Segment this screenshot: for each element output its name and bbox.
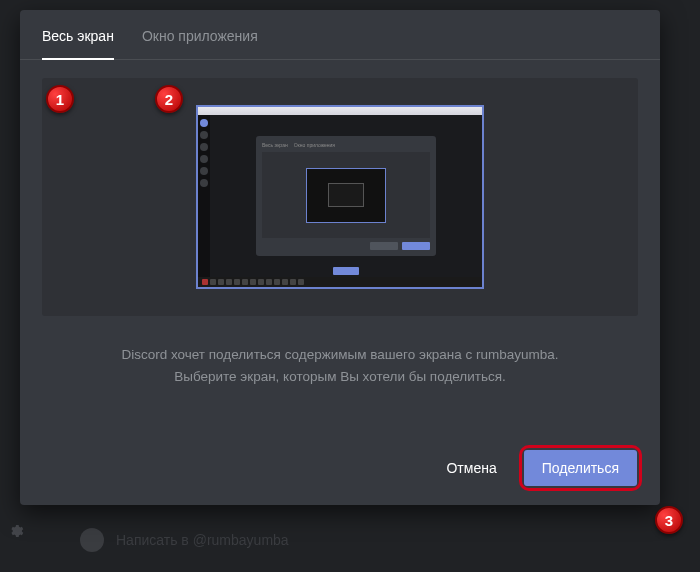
description-text: Discord хочет поделиться содержимым ваше… xyxy=(42,344,638,387)
annotation-callout-2: 2 xyxy=(155,85,183,113)
modal-footer: Отмена Поделиться xyxy=(20,431,660,505)
description-line-2: Выберите экран, которым Вы хотели бы под… xyxy=(42,366,638,388)
thumb-browser-titlebar xyxy=(198,107,482,115)
avatar xyxy=(80,528,104,552)
annotation-callout-1: 1 xyxy=(46,85,74,113)
tab-bar: Весь экран Окно приложения xyxy=(20,10,660,60)
screen-preview-area: Весь экран Окно приложения xyxy=(42,78,638,316)
share-button-highlight: Поделиться xyxy=(519,445,642,491)
thumb-main-area: Весь экран Окно приложения xyxy=(210,115,482,277)
background-placeholder: Написать в @rumbayumba xyxy=(116,532,289,548)
thumb-inner-modal: Весь экран Окно приложения xyxy=(256,136,436,256)
share-screen-modal: Весь экран Окно приложения Весь экран Ок… xyxy=(20,10,660,505)
thumb-server-rail xyxy=(198,115,210,277)
background-input-row: Написать в @rumbayumba xyxy=(80,528,289,552)
tab-entire-screen[interactable]: Весь экран xyxy=(42,28,114,60)
gear-icon xyxy=(8,523,24,539)
thumb-inner-tab-b: Окно приложения xyxy=(294,142,335,148)
annotation-callout-3: 3 xyxy=(655,506,683,534)
description-line-1: Discord хочет поделиться содержимым ваше… xyxy=(42,344,638,366)
modal-content: Весь экран Окно приложения xyxy=(20,60,660,431)
screen-thumbnail[interactable]: Весь экран Окно приложения xyxy=(196,105,484,289)
cancel-button[interactable]: Отмена xyxy=(428,450,514,486)
thumb-taskbar xyxy=(198,277,482,287)
thumb-cta-icon xyxy=(333,267,359,275)
share-button[interactable]: Поделиться xyxy=(524,450,637,486)
thumb-inner-tab-a: Весь экран xyxy=(262,142,288,148)
tab-app-window[interactable]: Окно приложения xyxy=(142,28,258,60)
